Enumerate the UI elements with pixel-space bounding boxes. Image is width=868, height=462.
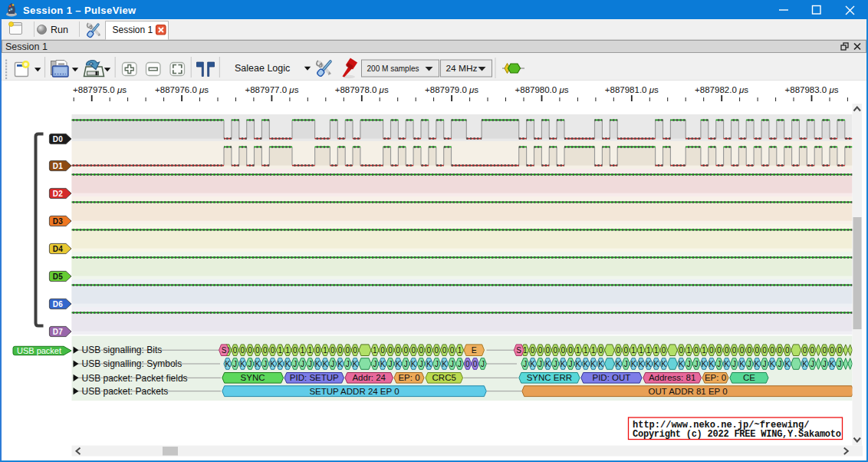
svg-text:K: K: [661, 360, 666, 368]
svg-text:0: 0: [546, 346, 551, 355]
svg-text:K: K: [631, 360, 636, 368]
svg-text:Session 1: Session 1: [113, 25, 153, 35]
svg-text:K: K: [380, 360, 386, 368]
svg-text:D1: D1: [53, 162, 64, 170]
svg-text:Saleae Logic: Saleae Logic: [235, 63, 290, 74]
svg-text:J: J: [435, 360, 439, 368]
svg-text:J: J: [373, 360, 376, 368]
svg-text:USB packet: USB packet: [17, 346, 61, 355]
svg-text:J: J: [330, 360, 334, 368]
svg-text:K: K: [270, 360, 275, 368]
svg-text:J: J: [293, 360, 297, 368]
svg-text:+887975.0 μs: +887975.0 μs: [73, 85, 127, 94]
svg-text:K: K: [278, 360, 283, 368]
svg-text:0: 0: [330, 346, 335, 355]
svg-text:0: 0: [810, 346, 815, 355]
svg-text:0: 0: [732, 346, 737, 355]
svg-text:PID: OUT: PID: OUT: [592, 373, 630, 382]
svg-text:1: 1: [654, 346, 659, 355]
svg-text:EP: 0: EP: 0: [705, 373, 726, 382]
svg-text:0: 0: [293, 346, 298, 355]
svg-text:1: 1: [584, 346, 588, 355]
svg-text:1: 1: [576, 346, 580, 355]
svg-text:J: J: [569, 360, 573, 368]
svg-text:0: 0: [465, 360, 470, 368]
svg-text:1: 1: [285, 346, 290, 355]
svg-text:0: 0: [427, 346, 432, 355]
svg-text:D7: D7: [53, 328, 64, 336]
svg-text:0: 0: [554, 346, 558, 355]
svg-text:+887980.0 μs: +887980.0 μs: [515, 85, 569, 94]
svg-text:0: 0: [388, 346, 393, 355]
svg-text:PID: SETUP: PID: SETUP: [290, 373, 339, 382]
svg-text:1: 1: [702, 346, 706, 355]
svg-text:0: 0: [346, 346, 350, 355]
svg-text:K: K: [598, 360, 603, 368]
svg-text:0: 0: [419, 346, 424, 355]
svg-text:+887978.0 μs: +887978.0 μs: [335, 85, 389, 94]
svg-text:1: 1: [278, 346, 283, 355]
svg-text:+887981.0 μs: +887981.0 μs: [605, 85, 659, 94]
svg-text:Copyright (c) 2022 FREE WING,Y: Copyright (c) 2022 FREE WING,Y.Sakamoto: [633, 429, 841, 440]
svg-text:J: J: [346, 360, 350, 368]
svg-text:K: K: [530, 360, 535, 368]
svg-text:SETUP ADDR 24 EP 0: SETUP ADDR 24 EP 0: [309, 387, 399, 396]
svg-text:J: J: [554, 360, 557, 368]
svg-text:1: 1: [591, 346, 596, 355]
svg-text:S: S: [516, 346, 521, 355]
svg-text:0: 0: [803, 346, 807, 355]
svg-text:J: J: [404, 360, 408, 368]
svg-text:J: J: [301, 360, 304, 368]
svg-text:D4: D4: [53, 245, 64, 253]
svg-text:0: 0: [473, 360, 478, 368]
svg-text:J: J: [419, 360, 423, 368]
svg-text:EP: 0: EP: 0: [398, 373, 419, 382]
svg-text:0: 0: [662, 346, 666, 355]
svg-text:K: K: [770, 360, 775, 368]
svg-text:1: 1: [373, 346, 377, 355]
svg-text:J: J: [481, 360, 485, 368]
svg-text:J: J: [687, 360, 691, 368]
svg-text:K: K: [576, 360, 581, 368]
svg-text:J: J: [450, 360, 454, 368]
svg-text:K: K: [411, 360, 416, 368]
svg-text:1: 1: [646, 346, 651, 355]
svg-text:K: K: [561, 360, 566, 368]
svg-text:1: 1: [687, 346, 692, 355]
svg-text:0: 0: [762, 346, 767, 355]
svg-text:0: 0: [531, 346, 535, 355]
svg-text:K: K: [702, 360, 707, 368]
svg-text:0: 0: [837, 346, 842, 355]
svg-text:J: J: [695, 360, 699, 368]
svg-text:J: J: [458, 360, 462, 368]
svg-text:K: K: [240, 360, 245, 368]
svg-text:USB signalling: Bits: USB signalling: Bits: [82, 345, 163, 355]
svg-text:0: 0: [679, 346, 684, 355]
svg-text:J: J: [823, 360, 827, 368]
svg-text:0: 0: [770, 346, 774, 355]
svg-text:0: 0: [442, 346, 447, 355]
svg-text:OUT ADDR 81 EP 0: OUT ADDR 81 EP 0: [649, 387, 728, 396]
svg-text:K: K: [830, 360, 835, 368]
svg-text:+887982.0 μs: +887982.0 μs: [695, 85, 748, 94]
svg-text:E: E: [472, 345, 477, 355]
svg-text:SYNC ERR: SYNC ERR: [527, 373, 572, 382]
svg-text:D3: D3: [53, 217, 64, 226]
svg-text:0: 0: [694, 346, 699, 355]
svg-text:1: 1: [323, 346, 327, 355]
svg-text:K: K: [724, 360, 729, 368]
svg-text:CE: CE: [743, 373, 755, 382]
svg-text:K: K: [225, 360, 230, 368]
svg-text:0: 0: [435, 346, 439, 355]
svg-text:0: 0: [709, 346, 714, 355]
svg-text:0: 0: [725, 346, 729, 355]
svg-text:K: K: [353, 360, 358, 368]
svg-text:1: 1: [308, 346, 313, 355]
svg-text:J: J: [263, 360, 267, 368]
svg-text:1: 1: [631, 346, 636, 355]
svg-text:K: K: [315, 360, 321, 368]
svg-text:0: 0: [403, 346, 408, 355]
svg-text:K: K: [323, 360, 328, 368]
svg-text:K: K: [583, 360, 588, 368]
svg-text:D0: D0: [53, 135, 64, 144]
